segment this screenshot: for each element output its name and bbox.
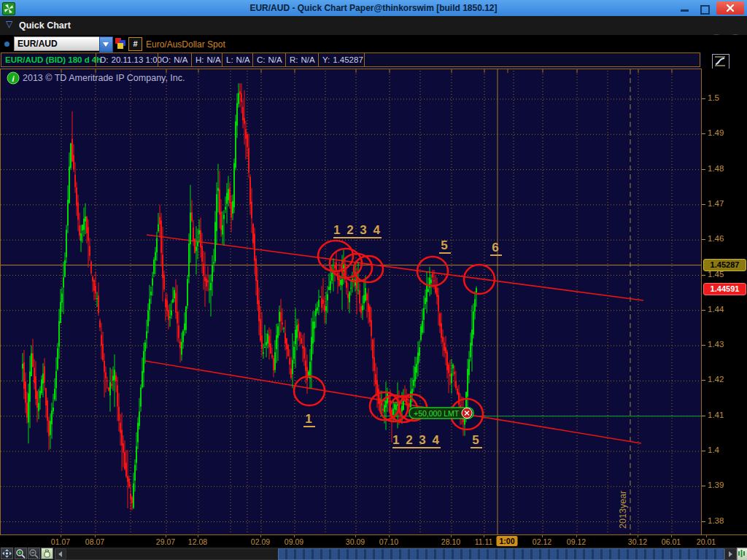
- scroll-right-arrow[interactable]: [724, 548, 737, 560]
- time-axis-label: 30.12: [628, 537, 647, 546]
- ohlc-status-row: EUR/AUD (BID) 180 d 4h D:20.11.13 1:00 O…: [0, 52, 701, 69]
- time-axis-label: 01.07: [51, 537, 70, 546]
- gadget-title: Quick Chart: [19, 20, 71, 31]
- price-axis-label: 1.42: [708, 375, 724, 384]
- price-axis-label: 1.4: [708, 446, 719, 454]
- time-axis-label: 06.01: [662, 537, 681, 546]
- wave-label: 5: [441, 238, 449, 252]
- time-axis-label: 02.09: [251, 537, 270, 546]
- field-open: O:N/A: [158, 52, 192, 67]
- time-axis[interactable]: 01.0708.0729.0712.0802.0909.0930.0907.10…: [0, 534, 747, 547]
- price-axis-tick: [702, 310, 705, 311]
- year-marker-label: 2013year: [618, 491, 628, 529]
- price-axis-tick: [702, 521, 705, 522]
- window-title: EUR/AUD - Quick Chart Paper@thinkorswim …: [0, 0, 747, 16]
- title-bar[interactable]: EUR/AUD - Quick Chart Paper@thinkorswim …: [0, 0, 747, 16]
- price-axis-label: 1.41: [708, 411, 724, 419]
- time-axis-label: 28.10: [441, 537, 460, 546]
- current-time-badge: 1:00: [496, 536, 517, 546]
- price-axis-label: 1.5: [708, 93, 719, 102]
- thinkorswim-window: EUR/AUD - Quick Chart Paper@thinkorswim …: [0, 0, 747, 560]
- price-chart[interactable]: 1 2 3 45611 2 3 45+50,000 LMT2013yeari20…: [1, 69, 702, 535]
- wave-label: 5: [472, 433, 480, 447]
- pan-tool-icon[interactable]: [1, 548, 13, 559]
- time-axis-label: 07.10: [379, 537, 398, 546]
- symbol-toolbar: # Euro/AusDollar Spot 4h Style Drawings: [0, 35, 747, 52]
- order-badge[interactable]: +50,000 LMT: [409, 408, 473, 419]
- field-close: C:N/A: [252, 52, 286, 67]
- time-axis-label: 08.07: [85, 537, 104, 546]
- symbol-input[interactable]: [14, 36, 100, 51]
- price-axis-label: 1.48: [708, 164, 724, 173]
- field-date: D:20.11.13 1:00: [96, 52, 158, 67]
- zoom-in-icon[interactable]: [15, 548, 27, 559]
- price-axis[interactable]: 1.51.491.481.471.461.451.441.431.421.411…: [701, 69, 747, 534]
- symbol-description: Euro/AusDollar Spot: [146, 39, 225, 50]
- crosshair-price-badge: 1.45287: [703, 259, 746, 271]
- instrument-label: EUR/AUD (BID) 180 d 4h: [5, 55, 101, 64]
- price-axis-label: 1.39: [708, 481, 724, 489]
- status-dot: [4, 42, 9, 47]
- price-axis-label: 1.44: [708, 305, 724, 314]
- price-axis-label: 1.47: [708, 199, 724, 208]
- link-color-icon[interactable]: [115, 38, 126, 49]
- price-axis-label: 1.49: [708, 128, 724, 137]
- time-axis-label: 11.11: [475, 537, 493, 546]
- minimize-button[interactable]: [676, 3, 694, 14]
- svg-text:2013 © TD Ameritrade IP Compan: 2013 © TD Ameritrade IP Company, Inc.: [23, 73, 185, 83]
- price-axis-label: 1.46: [708, 234, 724, 243]
- wave-label: 1: [305, 412, 313, 426]
- zoom-out-icon[interactable]: [28, 548, 40, 559]
- time-axis-label: 12.08: [188, 537, 207, 546]
- time-axis-label: 30.09: [346, 537, 365, 546]
- hand-tool-icon[interactable]: [41, 548, 53, 559]
- wave-label: 6: [492, 241, 500, 254]
- scale-mode-button[interactable]: [712, 54, 729, 70]
- chart-panel[interactable]: 1 2 3 45611 2 3 45+50,000 LMT2013yeari20…: [0, 69, 701, 534]
- wave-circle[interactable]: [294, 376, 325, 405]
- price-axis-tick: [702, 169, 705, 170]
- order-badge-label: +50,000 LMT: [414, 409, 460, 418]
- field-low: L:N/A: [222, 52, 253, 67]
- fit-width-icon[interactable]: [737, 548, 747, 560]
- price-axis-tick: [702, 486, 705, 486]
- copyright-note: i2013 © TD Ameritrade IP Company, Inc.: [7, 72, 185, 84]
- scrollbar-track[interactable]: [66, 548, 279, 560]
- price-axis-tick: [702, 345, 705, 346]
- time-axis-label: 29.07: [156, 537, 175, 546]
- field-y-cursor: Y:1.45287: [318, 52, 365, 67]
- time-axis-label: 02.12: [533, 537, 551, 546]
- close-button[interactable]: [716, 1, 744, 15]
- price-axis-tick: [702, 275, 705, 276]
- wave-label: 1 2 3 4: [392, 433, 441, 447]
- field-range: R:N/A: [285, 52, 319, 67]
- price-axis-tick: [702, 451, 705, 451]
- curve-icon: [713, 55, 727, 68]
- wave-label: 1 2 3 4: [333, 223, 382, 237]
- restore-button[interactable]: [694, 3, 713, 14]
- field-high: H:N/A: [191, 52, 222, 67]
- time-axis-label: 20.01: [697, 537, 716, 546]
- scrollbar-thumb[interactable]: [278, 548, 724, 560]
- price-axis-tick: [702, 133, 705, 134]
- gadget-menu-icon[interactable]: ▽: [6, 19, 12, 29]
- price-axis-tick: [702, 204, 705, 205]
- last-price-badge: 1.44591: [703, 283, 746, 295]
- price-axis-tick: [702, 416, 705, 416]
- chart-scrollbar-row: [0, 547, 747, 560]
- pattern-button[interactable]: #: [128, 37, 142, 51]
- price-axis-tick: [702, 380, 705, 381]
- price-axis-label: 1.38: [708, 516, 724, 525]
- symbol-dropdown-button[interactable]: [99, 36, 113, 52]
- price-axis-tick: [702, 98, 705, 99]
- price-axis-label: 1.43: [708, 340, 724, 349]
- price-axis-tick: [702, 239, 705, 240]
- time-axis-label: 09.09: [285, 537, 303, 546]
- field-filler: [364, 52, 700, 67]
- trendline[interactable]: [147, 235, 643, 300]
- gadget-header: ▽ Quick Chart: [0, 16, 747, 36]
- time-axis-label: 09.12: [567, 537, 586, 546]
